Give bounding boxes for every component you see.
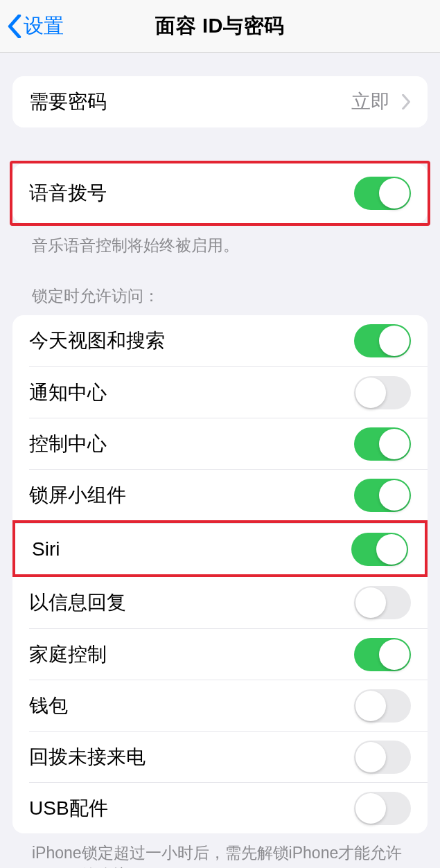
locked-access-row: 回拨未接来电 <box>29 731 428 782</box>
locked-access-toggle[interactable] <box>354 376 411 409</box>
locked-access-toggle[interactable] <box>354 638 411 671</box>
locked-access-label: 控制中心 <box>29 431 107 457</box>
locked-access-section: 今天视图和搜索通知中心控制中心锁屏小组件Siri以信息回复家庭控制钱包回拨未接来… <box>12 315 428 833</box>
locked-access-toggle[interactable] <box>354 586 411 619</box>
chevron-right-icon <box>401 94 411 109</box>
require-passcode-section: 需要密码 立即 <box>12 76 428 127</box>
locked-access-label: 今天视图和搜索 <box>29 328 165 354</box>
locked-access-row: 通知中心 <box>29 366 428 418</box>
locked-access-toggle[interactable] <box>354 427 411 461</box>
locked-access-row: Siri <box>15 523 425 574</box>
locked-access-row: 锁屏小组件 <box>29 469 428 520</box>
voice-dial-row: 语音拨号 <box>12 163 428 223</box>
locked-access-row: 今天视图和搜索 <box>12 315 428 366</box>
locked-access-row: 以信息回复 <box>12 577 428 628</box>
voice-dial-section: 语音拨号 <box>12 163 428 223</box>
locked-access-row: 钱包 <box>29 680 428 731</box>
require-passcode-row[interactable]: 需要密码 立即 <box>12 76 428 127</box>
require-passcode-value: 立即 <box>351 89 390 115</box>
locked-access-row: USB配件 <box>29 782 428 833</box>
back-button[interactable]: 设置 <box>7 12 64 40</box>
voice-dial-highlight: 语音拨号 <box>10 161 430 226</box>
nav-bar: 设置 面容 ID与密码 <box>0 0 440 53</box>
voice-dial-toggle[interactable] <box>354 177 411 210</box>
locked-access-toggle[interactable] <box>351 533 408 566</box>
locked-access-toggle[interactable] <box>354 741 411 774</box>
locked-access-row: 控制中心 <box>29 418 428 469</box>
require-passcode-label: 需要密码 <box>29 89 107 115</box>
voice-dial-footer: 音乐语音控制将始终被启用。 <box>12 226 428 256</box>
locked-access-label: 通知中心 <box>29 380 107 406</box>
locked-access-toggle[interactable] <box>354 689 411 723</box>
locked-access-label: 回拨未接来电 <box>29 744 146 770</box>
locked-access-footer: iPhone锁定超过一小时后，需先解锁iPhone才能允许USB配件连接。 <box>12 833 428 868</box>
locked-access-label: USB配件 <box>29 795 108 822</box>
locked-access-label: 家庭控制 <box>29 641 107 668</box>
siri-highlight: Siri <box>12 520 428 577</box>
page-title: 面容 ID与密码 <box>155 12 284 40</box>
locked-access-toggle[interactable] <box>354 792 411 825</box>
locked-access-label: 锁屏小组件 <box>29 482 126 508</box>
back-label: 设置 <box>24 12 64 40</box>
locked-access-toggle[interactable] <box>354 479 411 512</box>
chevron-left-icon <box>7 15 22 38</box>
locked-access-label: 钱包 <box>29 693 68 719</box>
locked-access-label: 以信息回复 <box>29 590 126 616</box>
locked-access-row: 家庭控制 <box>29 628 428 680</box>
voice-dial-label: 语音拨号 <box>29 180 107 206</box>
locked-access-label: Siri <box>32 538 60 560</box>
locked-access-header: 锁定时允许访问： <box>12 256 428 315</box>
locked-access-toggle[interactable] <box>354 324 411 357</box>
